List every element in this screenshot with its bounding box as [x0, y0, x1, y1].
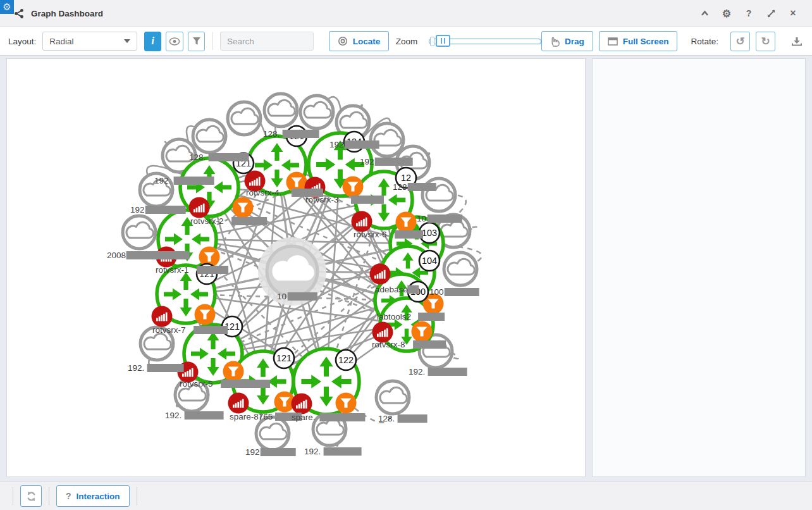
filter-badge-icon[interactable]	[195, 304, 216, 325]
svg-text:192.: 192.	[409, 367, 425, 376]
svg-text:2008: 2008	[107, 251, 126, 260]
count-badge[interactable]: 121	[274, 348, 294, 368]
svg-text:192.: 192.	[304, 447, 321, 456]
fullscreen-label: Full Screen	[623, 37, 669, 46]
toolbar-divider	[212, 32, 213, 50]
svg-text:121: 121	[276, 353, 292, 363]
refresh-button[interactable]	[20, 485, 42, 507]
node-label: 192.	[165, 411, 224, 420]
filter-badge-icon[interactable]	[336, 393, 357, 414]
footer-bar: ? Interaction	[0, 482, 812, 510]
page-title: Graph Dashboard	[31, 9, 103, 18]
search-input[interactable]	[220, 32, 314, 51]
svg-text:100: 100	[429, 287, 444, 297]
expand-icon[interactable]	[766, 8, 776, 18]
app-gear-icon[interactable]: ⚙	[0, 0, 14, 14]
question-icon: ?	[66, 491, 71, 501]
title-bar: ⚙ Graph Dashboard ⚙ ? ×	[0, 0, 812, 27]
svg-text:192.: 192.	[154, 176, 171, 185]
node-cloud[interactable]	[256, 417, 289, 450]
collapse-chevron-icon[interactable]	[699, 8, 710, 18]
svg-text:spare.: spare.	[292, 413, 316, 422]
visibility-button[interactable]	[166, 32, 183, 51]
node-cloud[interactable]	[371, 123, 403, 156]
download-icon	[791, 36, 803, 47]
svg-text:128.: 128.	[263, 129, 280, 139]
footer-divider	[137, 487, 137, 506]
svg-text:rotvsrx-7: rotvsrx-7	[152, 325, 186, 335]
fullscreen-button[interactable]: Full Screen	[599, 31, 678, 51]
node-cloud[interactable]	[376, 381, 409, 414]
locate-label: Locate	[353, 37, 381, 46]
svg-text:192.: 192.	[128, 363, 144, 373]
drag-label: Drag	[565, 37, 584, 46]
node-label: spare-8765	[230, 412, 302, 421]
alert-badge-icon[interactable]	[352, 211, 372, 232]
svg-text:12: 12	[401, 173, 411, 183]
alert-badge-icon[interactable]	[292, 394, 312, 414]
node-cloud[interactable]	[264, 94, 297, 127]
node-cloud[interactable]	[444, 252, 477, 285]
alert-badge-icon[interactable]	[152, 306, 173, 327]
node-label: 192.	[304, 447, 362, 456]
graph-canvas[interactable]: 12112113412103104100121121121122rotvsrx-…	[6, 58, 586, 477]
node-label: 128	[393, 182, 436, 192]
node-cloud[interactable]	[228, 102, 261, 135]
node-label: 192.	[128, 363, 184, 373]
rotate-label: Rotate:	[691, 37, 718, 46]
node-label: 10	[417, 214, 462, 223]
node-cloud[interactable]	[193, 120, 226, 152]
help-icon[interactable]: ?	[744, 8, 754, 18]
node-label: 10	[277, 292, 317, 301]
settings-gear-icon[interactable]: ⚙	[722, 8, 732, 18]
svg-text:rotvsrx-5: rotvsrx-5	[180, 379, 213, 389]
download-button[interactable]	[790, 36, 804, 47]
svg-text:rotvsrx-3.: rotvsrx-3.	[305, 195, 341, 204]
node-label: 192	[245, 447, 296, 457]
filter-badge-icon[interactable]	[233, 197, 254, 218]
filter-button[interactable]	[188, 32, 205, 51]
zoom-slider[interactable]	[429, 39, 541, 44]
node-cloud[interactable]	[123, 216, 156, 249]
drag-button[interactable]: Drag	[541, 31, 593, 51]
filter-badge-icon[interactable]	[412, 321, 433, 342]
layout-selected-value: Radial	[49, 37, 73, 46]
rotate-ccw-button[interactable]: ↺	[730, 32, 750, 51]
node-label: 128.	[189, 152, 249, 162]
count-badge[interactable]: 104	[419, 251, 440, 271]
close-icon[interactable]: ×	[788, 8, 798, 18]
alert-badge-icon[interactable]	[189, 197, 210, 218]
node-cloud[interactable]	[300, 96, 333, 128]
funnel-icon	[192, 37, 201, 46]
locate-button[interactable]: Locate	[329, 31, 390, 51]
svg-text:rotvsrx-8: rotvsrx-8	[372, 340, 405, 349]
filter-badge-icon[interactable]	[223, 361, 244, 382]
zoom-slider-handle[interactable]	[436, 35, 450, 47]
svg-text:spare-8765: spare-8765	[230, 412, 273, 421]
node-label: 192.	[409, 367, 467, 376]
node-label: 192	[360, 157, 413, 166]
interaction-button[interactable]: ? Interaction	[56, 485, 130, 507]
svg-text:rotvsrx-6: rotvsrx-6	[354, 230, 387, 239]
hand-icon	[550, 36, 560, 47]
zoom-slider-cap	[430, 37, 434, 46]
graph-toolbar: Layout: Radial i Locate Zoom	[0, 27, 812, 56]
node-label: spare.	[292, 413, 365, 422]
svg-text:192: 192	[245, 447, 260, 457]
alert-badge-icon[interactable]	[370, 264, 391, 285]
layout-select[interactable]: Radial	[42, 32, 137, 51]
count-badge[interactable]: 122	[336, 350, 356, 370]
alert-badge-icon[interactable]	[228, 393, 249, 414]
node-label: 192	[130, 205, 186, 215]
rotate-cw-button[interactable]: ↻	[756, 32, 775, 51]
node-label: 100	[429, 287, 479, 297]
filter-badge-icon[interactable]	[343, 177, 364, 197]
node-label: 192.	[154, 176, 214, 185]
node-label: 192	[329, 140, 379, 149]
share-icon	[14, 8, 25, 19]
svg-text:122: 122	[338, 355, 354, 365]
chevron-down-icon	[124, 39, 130, 43]
filter-badge-icon[interactable]	[396, 212, 417, 233]
node-label: 128.	[378, 414, 428, 423]
info-button[interactable]: i	[144, 32, 161, 51]
